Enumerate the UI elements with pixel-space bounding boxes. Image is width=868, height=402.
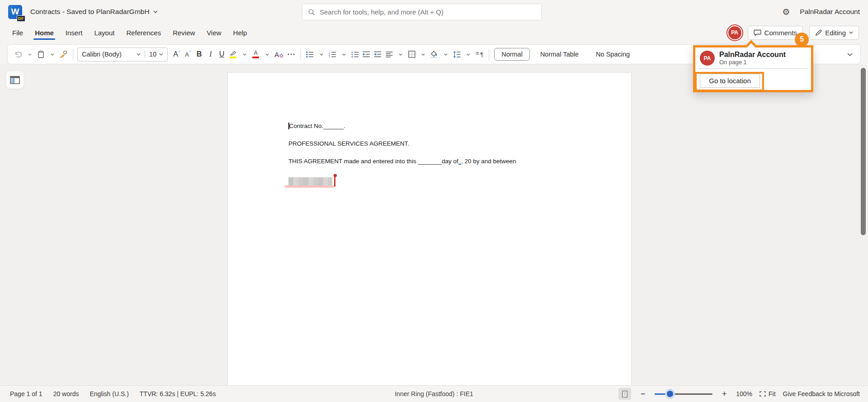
titlebar-right-group: ⚙ PalnRadar Account [782,8,860,16]
status-bar: Page 1 of 1 20 words English (U.S.) TTVR… [0,385,868,402]
word-app-icon[interactable]: W DF [8,5,22,19]
decrease-indent-button[interactable] [361,47,372,61]
word-count[interactable]: 20 words [53,390,79,397]
tab-references[interactable]: References [120,25,167,40]
bullet-list-dropdown[interactable] [316,47,326,61]
tab-help[interactable]: Help [227,25,253,40]
paragraph-marks-button[interactable]: ¶ [474,47,485,61]
fit-label: Fit [769,390,776,397]
search-bar[interactable] [302,4,542,20]
agreement-body-text-after: 20 by and between [463,158,516,165]
checklist-button[interactable] [350,47,360,61]
paragraph-contract-no[interactable]: Contract No.______. [288,123,581,130]
undo-clipboard-group [13,47,69,61]
undo-button[interactable] [13,47,24,61]
underline-button[interactable]: U [217,47,227,61]
paste-dropdown[interactable] [47,47,57,61]
pilcrow-glyph: ¶ [480,52,483,57]
tab-insert[interactable]: Insert [60,25,89,40]
format-painter-icon[interactable] [58,47,69,61]
italic-button[interactable]: I [205,47,216,61]
paragraph-agreement-body[interactable]: THIS AGREEMENT made and entered into thi… [288,158,581,166]
feedback-link[interactable]: Give Feedback to Microsoft [783,390,860,397]
divider [489,49,489,60]
line-spacing-dropdown[interactable] [463,47,473,61]
presence-avatar[interactable]: PA [728,26,741,39]
chevron-down-icon [153,10,158,13]
line-spacing-button[interactable] [452,47,462,61]
text-effects-button[interactable]: A [273,47,285,61]
font-format-group: Aˆ Aˇ B I U A A [171,47,296,61]
zoom-slider[interactable] [655,390,712,397]
document-text[interactable]: Contract No.______. PROFESSIONAL SERVICE… [288,123,581,185]
bold-button[interactable]: B [194,47,204,61]
pencil-icon [815,29,822,36]
font-color-bar [252,57,259,58]
account-name[interactable]: PalnRadar Account [800,8,860,16]
font-color-button[interactable]: A [250,47,261,61]
font-size-select[interactable]: 10 [145,51,167,58]
tab-view[interactable]: View [201,25,227,40]
redacted-text-block[interactable] [288,177,332,185]
zoom-in-button[interactable]: + [720,390,729,398]
numbered-list-button[interactable]: 123 [327,47,338,61]
document-page[interactable]: Contract No.______. PROFESSIONAL SERVICE… [227,72,632,385]
shrink-font-button[interactable]: Aˇ [183,47,193,61]
paragraph-agreement-title[interactable]: PROFESSIONAL SERVICES AGREEMENT. [288,140,581,148]
style-no-spacing[interactable]: No Spacing [589,48,637,60]
comments-button[interactable]: Comments 5 [748,26,803,40]
styles-gallery-dropdown[interactable] [844,47,855,61]
pdf-extension-badge: DF [17,15,25,22]
zoom-out-button[interactable]: − [638,390,647,398]
side-panel-icon [10,76,20,84]
language-indicator[interactable]: English (U.S.) [90,390,128,397]
bullet-list-button[interactable] [305,47,315,61]
paste-button[interactable] [36,47,46,61]
italic-glyph: I [209,51,212,58]
align-button[interactable] [384,47,394,61]
coauthor-flag-icon [332,174,337,187]
tab-home[interactable]: Home [29,25,60,40]
document-title[interactable]: Contracts - Saved to PlanRadarGmbH [30,8,158,16]
navigation-pane-toggle[interactable] [6,71,24,89]
perf-timers: TTVR: 6.32s | EUPL: 5.26s [140,390,216,397]
numbered-list-dropdown[interactable] [339,47,349,61]
highlight-color-bar [230,57,236,58]
style-normal[interactable]: Normal [494,48,530,61]
font-color-dropdown[interactable] [262,47,272,61]
status-left-group: Page 1 of 1 20 words English (U.S.) TTVR… [5,390,216,397]
zoom-level[interactable]: 100% [736,390,752,397]
zoom-slider-handle[interactable] [667,391,673,397]
font-color-glyph: A [254,50,258,56]
highlight-dropdown[interactable] [239,47,250,61]
search-input[interactable] [320,8,536,16]
page-count[interactable]: Page 1 of 1 [10,390,42,397]
page-thumbnail-icon [622,391,627,397]
tab-layout[interactable]: Layout [88,25,120,40]
style-normal-table[interactable]: Normal Table [533,48,585,60]
font-name-select[interactable]: Calibri (Body) [78,51,145,58]
increase-indent-button[interactable] [373,47,383,61]
popup-location-text: On page 1 [719,59,786,66]
gear-icon[interactable]: ⚙ [782,8,790,16]
table-borders-dropdown[interactable] [418,47,428,61]
title-bar: W DF Contracts - Saved to PlanRadarGmbH … [0,0,868,24]
editing-mode-button[interactable]: Editing [809,26,859,40]
page-view-button[interactable] [618,388,631,400]
shading-button[interactable] [429,47,439,61]
table-borders-button[interactable] [406,47,417,61]
tab-file[interactable]: File [6,25,29,40]
text-highlight-button[interactable] [228,47,238,61]
go-to-location-button[interactable]: Go to location [700,74,760,88]
tab-review[interactable]: Review [167,25,201,40]
undo-dropdown[interactable] [24,47,35,61]
fit-to-page-button[interactable]: Fit [760,390,776,397]
grow-font-button[interactable]: Aˆ [171,47,182,61]
vertical-scrollbar-thumb[interactable] [861,68,866,235]
shading-dropdown[interactable] [440,47,451,61]
popup-avatar: PA [700,51,715,66]
search-icon [308,9,315,16]
tracked-insertion-mark: _, [458,158,463,165]
more-font-options-icon[interactable] [286,47,296,61]
align-dropdown[interactable] [395,47,406,61]
